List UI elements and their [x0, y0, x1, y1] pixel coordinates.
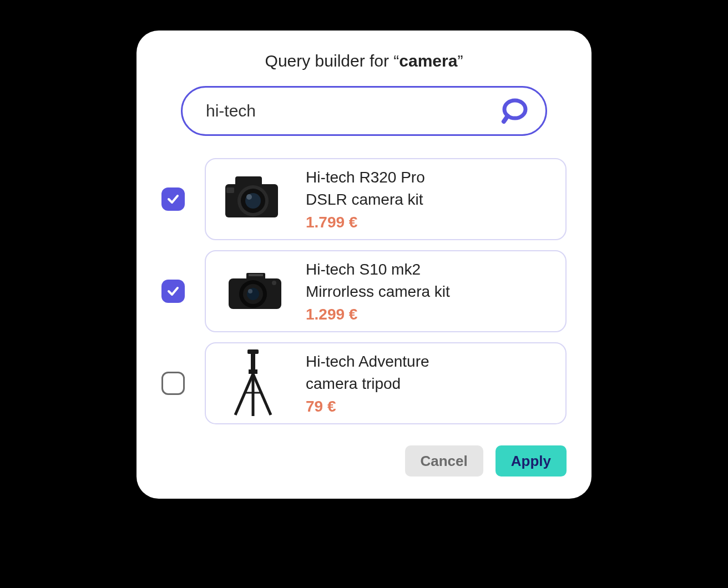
search-input[interactable] [206, 102, 501, 120]
svg-rect-3 [235, 176, 262, 186]
result-card[interactable]: Hi-tech R320 Pro DSLR camera kit 1.799 € [205, 158, 567, 240]
check-icon [166, 192, 180, 206]
result-card[interactable]: Hi-tech Adventure camera tripod 79 € [205, 342, 567, 424]
dslr-camera-icon [220, 173, 286, 226]
title-suffix: ” [457, 52, 463, 70]
product-name-line1: Hi-tech Adventure [306, 351, 429, 372]
svg-rect-17 [247, 349, 259, 354]
query-term: camera [399, 52, 457, 70]
cancel-button[interactable]: Cancel [405, 445, 483, 477]
svg-rect-19 [249, 369, 257, 374]
product-info: Hi-tech R320 Pro DSLR camera kit 1.799 € [306, 167, 425, 231]
result-card[interactable]: Hi-tech S10 mk2 Mirrorless camera kit 1.… [205, 250, 567, 332]
check-icon [166, 285, 180, 298]
product-name-line1: Hi-tech R320 Pro [306, 167, 425, 188]
product-info: Hi-tech S10 mk2 Mirrorless camera kit 1.… [306, 259, 450, 323]
result-row: Hi-tech S10 mk2 Mirrorless camera kit 1.… [161, 250, 567, 332]
results-list: Hi-tech R320 Pro DSLR camera kit 1.799 € [161, 158, 567, 424]
apply-button[interactable]: Apply [496, 445, 567, 477]
result-row: Hi-tech R320 Pro DSLR camera kit 1.799 € [161, 158, 567, 240]
result-checkbox[interactable] [161, 372, 185, 395]
svg-line-21 [253, 374, 271, 415]
svg-line-20 [235, 374, 253, 415]
title-prefix: Query builder for “ [265, 52, 400, 70]
tripod-icon [225, 347, 281, 419]
svg-point-15 [248, 289, 252, 293]
svg-rect-18 [251, 354, 255, 371]
modal-actions: Cancel Apply [161, 445, 567, 477]
product-name-line2: DSLR camera kit [306, 189, 425, 210]
result-row: Hi-tech Adventure camera tripod 79 € [161, 342, 567, 424]
svg-point-16 [272, 281, 276, 285]
result-checkbox[interactable] [161, 187, 185, 211]
svg-line-1 [504, 116, 508, 121]
product-name-line1: Hi-tech S10 mk2 [306, 259, 450, 280]
product-name-line2: camera tripod [306, 373, 429, 394]
product-price: 1.799 € [306, 214, 425, 231]
modal-title: Query builder for “camera” [161, 52, 567, 70]
product-info: Hi-tech Adventure camera tripod 79 € [306, 351, 429, 415]
search-field-wrap [181, 86, 547, 136]
result-checkbox[interactable] [161, 280, 185, 303]
product-price: 1.299 € [306, 306, 450, 323]
product-thumb [217, 350, 289, 417]
svg-rect-8 [226, 187, 234, 193]
search-icon [501, 97, 529, 125]
product-thumb [217, 166, 289, 232]
product-price: 79 € [306, 398, 429, 415]
svg-point-7 [246, 194, 252, 200]
product-thumb [217, 258, 289, 325]
svg-rect-11 [249, 274, 263, 276]
search-button[interactable] [501, 97, 529, 125]
product-name-line2: Mirrorless camera kit [306, 281, 450, 302]
mirrorless-camera-icon [220, 266, 286, 316]
query-builder-modal: Query builder for “camera” [136, 31, 592, 499]
